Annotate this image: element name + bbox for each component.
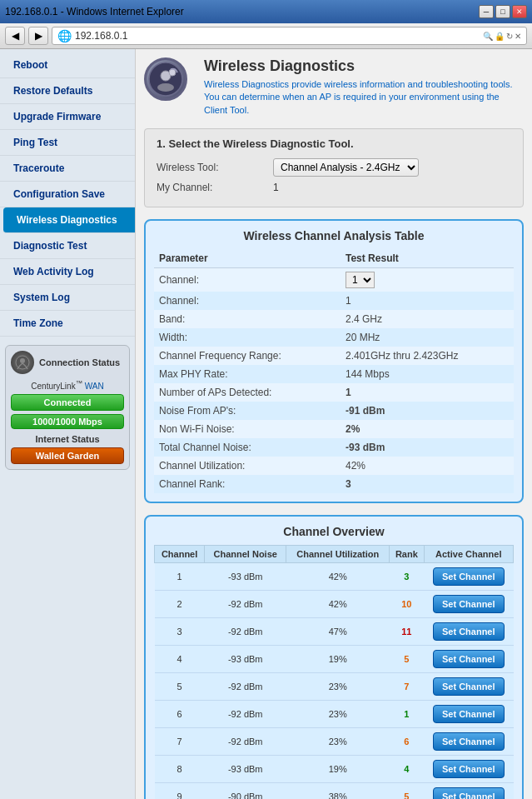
set-channel-button[interactable]: Set Channel <box>433 787 505 799</box>
sidebar-item-configuration-save[interactable]: Configuration Save <box>0 182 135 207</box>
my-channel-row: My Channel: 1 <box>157 182 511 193</box>
lock-icon: 🔒 <box>495 32 505 41</box>
analysis-table: Parameter Test Result Channel:1Channel:1… <box>154 249 514 493</box>
title-bar: 192.168.0.1 - Windows Internet Explorer … <box>0 0 532 23</box>
analysis-param-cell: Channel: <box>154 292 341 310</box>
overview-channel-cell: 4 <box>155 646 205 673</box>
page-header: Wireless Diagnostics Wireless Diagnostic… <box>144 57 524 117</box>
refresh-icon[interactable]: ↻ <box>506 32 513 41</box>
analysis-param-cell: Number of APs Detected: <box>154 383 341 402</box>
analysis-value-cell: 2.401GHz thru 2.423GHz <box>341 347 514 365</box>
set-channel-button[interactable]: Set Channel <box>433 622 505 641</box>
overview-channel-cell: 6 <box>155 701 205 728</box>
overview-noise-cell: -90 dBm <box>205 783 286 799</box>
overview-active-channel-cell[interactable]: Set Channel <box>424 591 514 618</box>
overview-active-channel-cell[interactable]: Set Channel <box>424 701 514 728</box>
wireless-tool-row: Wireless Tool: Channel Analysis - 2.4GHz… <box>157 158 511 177</box>
centurylink-label: CenturyLink™ WAN <box>11 379 124 391</box>
overview-channel-cell: 5 <box>155 673 205 701</box>
title-bar-text: 192.168.0.1 - Windows Internet Explorer <box>5 6 184 17</box>
sidebar-item-web-activity-log[interactable]: Web Activity Log <box>0 259 135 285</box>
close-button[interactable]: ✕ <box>512 5 527 18</box>
analysis-value-cell: 2.4 GHz <box>341 310 514 328</box>
wireless-diagnostics-icon <box>144 57 187 101</box>
overview-channel-cell: 8 <box>155 756 205 783</box>
nav-bar: ◀ ▶ 🌐 192.168.0.1 🔍 🔒 ↻ ✕ <box>0 23 532 49</box>
sidebar-item-ping-test[interactable]: Ping Test <box>0 130 135 156</box>
connection-status-panel: Connection Status CenturyLink™ WAN Conne… <box>5 345 130 470</box>
overview-noise-cell: -93 dBm <box>205 646 286 673</box>
overview-col-header: Rank <box>390 546 424 563</box>
overview-active-channel-cell[interactable]: Set Channel <box>424 618 514 646</box>
overview-col-header: Channel Noise <box>205 546 286 563</box>
minimize-button[interactable]: ─ <box>479 5 494 18</box>
address-text[interactable]: 192.168.0.1 <box>75 30 480 42</box>
speed-badge: 1000/1000 Mbps <box>11 414 124 429</box>
overview-channel-cell: 9 <box>155 783 205 799</box>
address-icons: 🔍 🔒 ↻ ✕ <box>483 32 521 41</box>
analysis-table-row: Band:2.4 GHz <box>154 310 514 328</box>
sidebar-item-traceroute[interactable]: Traceroute <box>0 156 135 182</box>
overview-active-channel-cell[interactable]: Set Channel <box>424 563 514 591</box>
analysis-value-cell[interactable]: 1 <box>341 268 514 292</box>
overview-noise-cell: -92 dBm <box>205 701 286 728</box>
overview-box: Channel Overview ChannelChannel NoiseCha… <box>144 515 524 799</box>
overview-active-channel-cell[interactable]: Set Channel <box>424 673 514 701</box>
overview-col-header: Channel Utilization <box>286 546 390 563</box>
overview-rank-cell: 7 <box>390 673 424 701</box>
set-channel-button[interactable]: Set Channel <box>433 567 505 586</box>
analysis-param-cell: Band: <box>154 310 341 328</box>
tool-selection-section: 1. Select the Wireless Diagnostic Tool. … <box>144 128 524 207</box>
overview-rank-cell: 11 <box>390 618 424 646</box>
sidebar-item-restore-defaults[interactable]: Restore Defaults <box>0 78 135 104</box>
overview-noise-cell: -92 dBm <box>205 618 286 646</box>
analysis-value-cell: -91 dBm <box>341 402 514 420</box>
sidebar-item-diagnostic-test[interactable]: Diagnostic Test <box>0 233 135 259</box>
overview-table-row: 5-92 dBm23%7Set Channel <box>155 673 514 701</box>
sidebar-item-system-log[interactable]: System Log <box>0 285 135 311</box>
overview-active-channel-cell[interactable]: Set Channel <box>424 783 514 799</box>
overview-noise-cell: -93 dBm <box>205 756 286 783</box>
set-channel-button[interactable]: Set Channel <box>433 732 505 751</box>
overview-active-channel-cell[interactable]: Set Channel <box>424 728 514 756</box>
back-button[interactable]: ◀ <box>5 27 25 45</box>
page-description: Wireless Diagnostics provide wireless in… <box>204 78 524 117</box>
my-channel-value: 1 <box>273 182 279 193</box>
overview-active-channel-cell[interactable]: Set Channel <box>424 756 514 783</box>
sidebar-item-wireless-diagnostics[interactable]: Wireless Diagnostics <box>3 207 135 233</box>
title-bar-buttons: ─ □ ✕ <box>479 5 527 18</box>
overview-utilization-cell: 47% <box>286 618 390 646</box>
analysis-param-cell: Channel Frequency Range: <box>154 347 341 365</box>
overview-channel-cell: 1 <box>155 563 205 591</box>
wireless-tool-select[interactable]: Channel Analysis - 2.4GHz Channel Analys… <box>273 158 419 177</box>
overview-channel-cell: 3 <box>155 618 205 646</box>
main-container: Reboot Restore Defaults Upgrade Firmware… <box>0 49 532 799</box>
analysis-param-cell: Width: <box>154 328 341 347</box>
address-bar: 🌐 192.168.0.1 🔍 🔒 ↻ ✕ <box>52 27 527 45</box>
set-channel-button[interactable]: Set Channel <box>433 595 505 613</box>
overview-active-channel-cell[interactable]: Set Channel <box>424 646 514 673</box>
sidebar-item-time-zone[interactable]: Time Zone <box>0 311 135 337</box>
channel-select[interactable]: 1 <box>346 272 375 288</box>
sidebar-item-upgrade-firmware[interactable]: Upgrade Firmware <box>0 104 135 130</box>
maximize-button[interactable]: □ <box>495 5 510 18</box>
overview-rank-cell: 10 <box>390 591 424 618</box>
set-channel-button[interactable]: Set Channel <box>433 650 505 668</box>
forward-button[interactable]: ▶ <box>28 27 48 45</box>
sidebar-item-reboot[interactable]: Reboot <box>0 52 135 78</box>
overview-rank-cell: 4 <box>390 756 424 783</box>
overview-rank-cell: 5 <box>390 783 424 799</box>
overview-utilization-cell: 23% <box>286 701 390 728</box>
analysis-table-row: Max PHY Rate:144 Mbps <box>154 365 514 383</box>
set-channel-button[interactable]: Set Channel <box>433 677 505 696</box>
col-result: Test Result <box>341 249 514 268</box>
analysis-table-row: Channel Frequency Range:2.401GHz thru 2.… <box>154 347 514 365</box>
stop-icon[interactable]: ✕ <box>515 32 521 41</box>
set-channel-button[interactable]: Set Channel <box>433 705 505 723</box>
set-channel-button[interactable]: Set Channel <box>433 760 505 778</box>
overview-noise-cell: -92 dBm <box>205 591 286 618</box>
walled-garden-badge: Walled Garden <box>11 447 124 464</box>
analysis-table-row: Channel:1 <box>154 292 514 310</box>
overview-table-row: 8-93 dBm19%4Set Channel <box>155 756 514 783</box>
analysis-table-row: Non Wi-Fi Noise:2% <box>154 420 514 438</box>
